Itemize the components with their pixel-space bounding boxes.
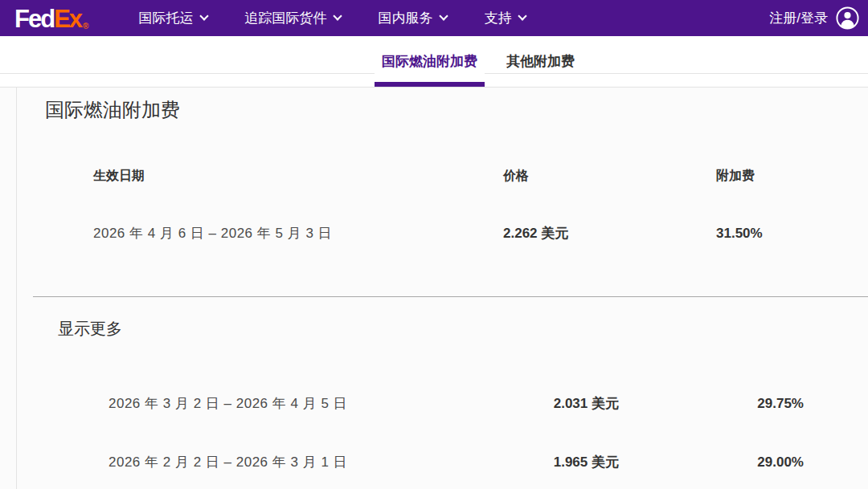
show-more-button[interactable]: 显示更多 xyxy=(58,318,122,340)
price-value: 1.965 美元 xyxy=(506,453,619,471)
table-row: 2026 年 3 月 2 日 – 2026 年 4 月 5 日 2.031 美元… xyxy=(17,394,868,413)
table-row: 2026 年 4 月 6 日 – 2026 年 5 月 3 日 2.262 美元… xyxy=(17,224,868,242)
tab-label: 国际燃油附加费 xyxy=(382,52,477,71)
column-header-effective-date: 生效日期 xyxy=(93,168,503,185)
logo-text-ex: Ex xyxy=(54,6,81,31)
show-more-section: 显示更多 2026 年 3 月 2 日 – 2026 年 4 月 5 日 2.0… xyxy=(17,297,868,471)
price-value: 2.262 美元 xyxy=(503,224,716,242)
tab-international-fuel-surcharge[interactable]: 国际燃油附加费 xyxy=(375,36,485,87)
table-row: 2026 年 2 月 2 日 – 2026 年 3 月 1 日 1.965 美元… xyxy=(17,453,868,471)
register-login-link[interactable]: 注册/登录 xyxy=(769,9,828,27)
nav-item-track-international[interactable]: 追踪国际货件 xyxy=(244,9,341,27)
nav-item-label: 国内服务 xyxy=(378,9,432,27)
nav-item-domestic-services[interactable]: 国内服务 xyxy=(378,9,447,27)
column-header-price: 价格 xyxy=(503,168,716,185)
nav-item-label: 国际托运 xyxy=(138,9,193,27)
tab-other-surcharges[interactable]: 其他附加费 xyxy=(499,36,582,87)
chevron-down-icon xyxy=(200,11,209,20)
nav-item-label: 追踪国际货件 xyxy=(244,9,326,27)
effective-date-value: 2026 年 4 月 6 日 – 2026 年 5 月 3 日 xyxy=(93,224,503,242)
nav-right-group: 注册/登录 xyxy=(769,6,860,31)
effective-date-value: 2026 年 3 月 2 日 – 2026 年 4 月 5 日 xyxy=(108,394,506,413)
top-navbar: FedEx® 国际托运 追踪国际货件 国内服务 支持 注册/登录 xyxy=(0,0,868,36)
tabs: 国际燃油附加费 其他附加费 xyxy=(375,36,582,87)
chevron-down-icon xyxy=(440,11,448,20)
column-header-surcharge: 附加费 xyxy=(716,168,868,185)
surcharge-tab-strip: 国际燃油附加费 其他附加费 xyxy=(0,36,868,87)
surcharge-value: 29.75% xyxy=(619,396,804,412)
price-value: 2.031 美元 xyxy=(506,394,619,413)
nav-item-international-shipping[interactable]: 国际托运 xyxy=(138,9,207,27)
surcharge-value: 31.50% xyxy=(716,226,868,242)
nav-item-label: 支持 xyxy=(484,9,511,27)
page-content: 国际燃油附加费 生效日期 价格 附加费 2026 年 4 月 6 日 – 202… xyxy=(0,87,868,489)
user-account-icon[interactable] xyxy=(835,6,860,31)
chevron-down-icon xyxy=(518,11,527,20)
surcharge-value: 29.00% xyxy=(619,454,804,471)
main-nav: 国际托运 追踪国际货件 国内服务 支持 xyxy=(138,9,526,27)
fedex-logo[interactable]: FedEx® xyxy=(14,5,88,31)
logo-text-fed: Fed xyxy=(14,6,54,31)
page-title: 国际燃油附加费 xyxy=(45,97,868,123)
chevron-down-icon xyxy=(334,11,342,20)
tab-label: 其他附加费 xyxy=(506,52,575,71)
registered-trademark: ® xyxy=(83,22,88,31)
effective-date-value: 2026 年 2 月 2 日 – 2026 年 3 月 1 日 xyxy=(108,453,506,471)
table-header-row: 生效日期 价格 附加费 xyxy=(17,168,868,185)
nav-item-support[interactable]: 支持 xyxy=(484,9,526,27)
